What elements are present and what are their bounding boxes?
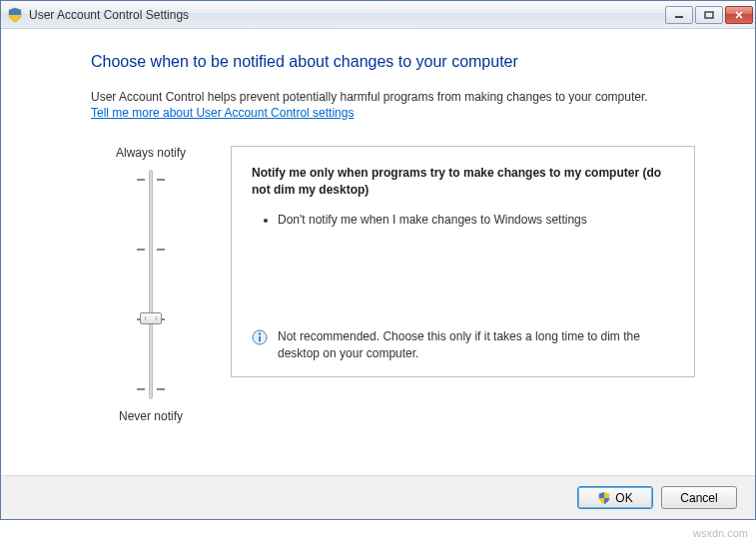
- learn-more-link[interactable]: Tell me more about User Account Control …: [91, 106, 354, 120]
- ok-button[interactable]: OK: [577, 486, 653, 509]
- slider-column: Always notify Never notify: [91, 146, 211, 423]
- intro-text: User Account Control helps prevent poten…: [91, 89, 695, 106]
- slider-thumb[interactable]: [140, 312, 162, 324]
- slider-label-bottom: Never notify: [119, 409, 183, 423]
- maximize-button[interactable]: [695, 6, 723, 24]
- svg-rect-0: [675, 16, 683, 18]
- description-list: Don't notify me when I make changes to W…: [252, 212, 674, 229]
- description-bullet: Don't notify me when I make changes to W…: [278, 212, 674, 229]
- watermark: wsxdn.com: [693, 527, 748, 539]
- slider-track: [149, 170, 153, 399]
- button-bar: OK Cancel: [1, 475, 755, 519]
- slider-tick: [137, 179, 165, 181]
- close-icon: [734, 11, 744, 19]
- shield-icon: [7, 7, 23, 23]
- shield-icon: [597, 491, 611, 505]
- minimize-button[interactable]: [665, 6, 693, 24]
- slider-tick: [137, 249, 165, 251]
- svg-rect-1: [705, 12, 713, 18]
- window-buttons: [665, 6, 753, 24]
- minimize-icon: [674, 11, 684, 19]
- slider-label-top: Always notify: [116, 146, 186, 160]
- slider-tick: [137, 388, 165, 390]
- content-area: Choose when to be notified about changes…: [1, 29, 755, 475]
- ok-button-label: OK: [615, 491, 632, 505]
- description-footer-text: Not recommended. Choose this only if it …: [278, 328, 674, 362]
- uac-settings-window: User Account Control Settings Choose whe…: [0, 0, 756, 520]
- svg-point-3: [259, 333, 261, 335]
- cancel-button-label: Cancel: [680, 491, 717, 505]
- description-box: Notify me only when programs try to make…: [231, 146, 695, 377]
- description-footer: Not recommended. Choose this only if it …: [252, 328, 674, 362]
- cancel-button[interactable]: Cancel: [661, 486, 737, 509]
- svg-rect-4: [259, 336, 261, 342]
- description-column: Notify me only when programs try to make…: [231, 146, 695, 423]
- titlebar: User Account Control Settings: [1, 1, 755, 29]
- maximize-icon: [704, 11, 714, 19]
- page-heading: Choose when to be notified about changes…: [91, 53, 695, 71]
- description-title: Notify me only when programs try to make…: [252, 165, 674, 199]
- close-button[interactable]: [725, 6, 753, 24]
- main-area: Always notify Never notify Notify me onl…: [91, 146, 695, 423]
- notification-slider[interactable]: [121, 170, 181, 399]
- window-title: User Account Control Settings: [29, 8, 665, 22]
- info-icon: [252, 329, 268, 345]
